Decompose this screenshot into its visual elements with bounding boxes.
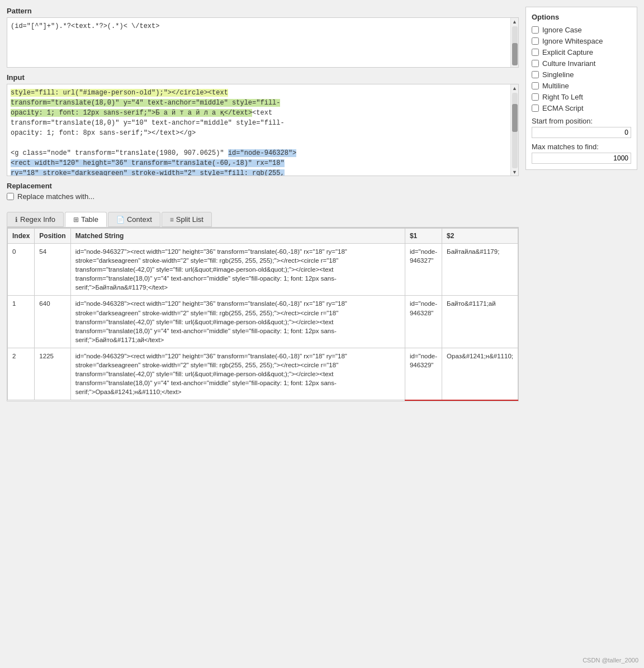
cell-matched-0: id="node-946327"><rect width="120" heigh… [70, 244, 405, 296]
tab-regex-info[interactable]: ℹ Regex Info [7, 212, 64, 227]
input-highlight-2: </circle><text [172, 89, 228, 97]
scroll-track [512, 26, 518, 60]
option-culture-invariant-checkbox[interactable] [532, 60, 539, 67]
pattern-content: (id="[^"]+").*?<text.*?>(.*)< \/text> [7, 18, 510, 67]
tab-context[interactable]: 📄 Context [108, 212, 160, 227]
cell-position-0: 54 [35, 244, 70, 296]
option-explicit-capture-checkbox[interactable] [532, 49, 539, 56]
cell-matched-1: id="node-946328"><rect width="120" heigh… [70, 296, 405, 348]
scroll-thumb [512, 43, 518, 65]
option-singleline: Singleline [532, 70, 631, 79]
cell-index-0: 0 [8, 244, 35, 296]
input-box: style="fill: url("#image-person-old");">… [7, 84, 519, 176]
input-scroll-up[interactable]: ▲ [512, 86, 517, 92]
cell-index-2: 2 [8, 348, 35, 400]
replacement-row: Replace matches with... [7, 192, 519, 201]
cell-s2-2: Ораз&#1241;н&#1110; [442, 348, 518, 400]
pattern-label: Pattern [7, 7, 519, 15]
options-title: Options [532, 13, 631, 21]
tab-table-label: Table [81, 215, 98, 224]
input-label: Input [7, 73, 519, 82]
input-highlight-5: id="node-946328"> [228, 149, 296, 157]
results-table: Index Position Matched String $1 $2 0 54 [7, 228, 518, 401]
split-list-icon: ≡ [170, 216, 174, 224]
options-box: Options Ignore Case Ignore Whitespace Ex… [525, 7, 637, 170]
input-text-1: <text [252, 109, 272, 117]
tab-context-label: Context [127, 215, 152, 224]
input-highlight-1: style="fill: url("#image-person-old");"> [11, 89, 172, 97]
option-ecma-script-checkbox[interactable] [532, 105, 539, 112]
option-singleline-label: Singleline [542, 70, 574, 79]
option-right-to-left-label: Right To Left [542, 93, 583, 101]
table-icon: ⊞ [73, 216, 79, 224]
option-explicit-capture: Explicit Capture [532, 48, 631, 56]
table-row: 1 640 id="node-946328"><rect width="120"… [8, 296, 518, 348]
input-highlight-4: opacity: 1; font: 12px sans-serif;">Б а … [11, 109, 252, 117]
option-multiline-label: Multiline [542, 82, 569, 90]
max-matches-input[interactable] [532, 153, 631, 164]
cell-s1-0: id="node-946327" [405, 244, 442, 296]
pattern-value: (id="[^"]+").*?<text.*?>(.*)< \/text> [11, 22, 159, 30]
col-header-index: Index [8, 229, 35, 244]
replacement-label: Replacement [7, 182, 519, 190]
replacement-checkbox-label: Replace matches with... [17, 192, 94, 201]
cell-matched-2: id="node-946329"><rect width="120" heigh… [70, 348, 405, 400]
option-right-to-left-checkbox[interactable] [532, 93, 539, 101]
option-multiline: Multiline [532, 82, 631, 90]
cell-position-2: 1225 [35, 348, 70, 400]
replacement-checkbox[interactable] [7, 193, 14, 200]
input-scroll-track [512, 93, 518, 168]
max-matches-label: Max matches to find: [532, 143, 631, 151]
option-ignore-case-label: Ignore Case [542, 26, 582, 34]
tab-split-list[interactable]: ≡ Split List [162, 212, 212, 227]
option-right-to-left: Right To Left [532, 93, 631, 101]
info-icon: ℹ [15, 216, 18, 224]
cell-index-1: 1 [8, 296, 35, 348]
col-header-s2: $2 [442, 229, 518, 244]
cell-s2-1: Байто&#1171;ай [442, 296, 518, 348]
table-row: 0 54 id="node-946327"><rect width="120" … [8, 244, 518, 296]
input-highlight-6: <rect width="120" height="36" transform=… [11, 159, 285, 167]
scroll-up-arrow[interactable]: ▲ [512, 19, 517, 25]
watermark: CSDN @taller_2000 [583, 657, 638, 664]
pattern-scrollbar[interactable]: ▲ ▼ [510, 18, 518, 67]
option-ecma-script-label: ECMA Script [542, 104, 584, 112]
input-scroll-thumb [512, 104, 518, 132]
option-ignore-whitespace: Ignore Whitespace [532, 37, 631, 45]
input-highlight-7: ry="18" stroke="darkseagreen" stroke-wid… [11, 169, 285, 176]
input-text-2: transform="translate(18,0)" y="10" text-… [11, 119, 285, 127]
cell-position-1: 640 [35, 296, 70, 348]
tabs-row: ℹ Regex Info ⊞ Table 📄 Context ≡ Split L… [7, 210, 519, 228]
input-highlight-3: transform="translate(18,0)" y="4" text-a… [11, 99, 280, 107]
col-header-matched: Matched String [70, 229, 405, 244]
context-icon: 📄 [116, 216, 125, 224]
table-row: 2 1225 id="node-946329"><rect width="120… [8, 348, 518, 400]
option-ecma-script: ECMA Script [532, 104, 631, 112]
col-header-s1: $1 [405, 229, 442, 244]
option-ignore-case-checkbox[interactable] [532, 26, 539, 34]
input-scroll-down[interactable]: ▼ [512, 169, 517, 176]
option-ignore-case: Ignore Case [532, 26, 631, 34]
start-position-input[interactable] [532, 127, 631, 138]
cell-s1-1: id="node-946328" [405, 296, 442, 348]
option-culture-invariant: Culture Invariant [532, 59, 631, 68]
input-text-3: opacity: 1; font: 8px sans-serif;"></tex… [11, 129, 196, 137]
option-ignore-whitespace-label: Ignore Whitespace [542, 37, 603, 45]
input-content: style="fill: url("#image-person-old");">… [7, 84, 510, 176]
option-ignore-whitespace-checkbox[interactable] [532, 37, 539, 45]
cell-s2-0: Байтайла&#1179; [442, 244, 518, 296]
option-multiline-checkbox[interactable] [532, 82, 539, 89]
table-header-row: Index Position Matched String $1 $2 [8, 229, 518, 244]
input-text-4: <g class="node" transform="translate(198… [11, 149, 228, 157]
results-table-wrapper: Index Position Matched String $1 $2 0 54 [7, 228, 519, 401]
option-explicit-capture-label: Explicit Capture [542, 48, 593, 56]
col-header-position: Position [35, 229, 70, 244]
input-scrollbar[interactable]: ▲ ▼ [510, 84, 518, 176]
tab-table[interactable]: ⊞ Table [65, 212, 107, 227]
option-culture-invariant-label: Culture Invariant [542, 59, 595, 68]
option-singleline-checkbox[interactable] [532, 71, 539, 78]
start-position-label: Start from position: [532, 117, 631, 125]
pattern-box: (id="[^"]+").*?<text.*?>(.*)< \/text> ▲ … [7, 17, 519, 68]
tab-regex-info-label: Regex Info [20, 215, 55, 224]
tab-split-list-label: Split List [176, 215, 203, 224]
